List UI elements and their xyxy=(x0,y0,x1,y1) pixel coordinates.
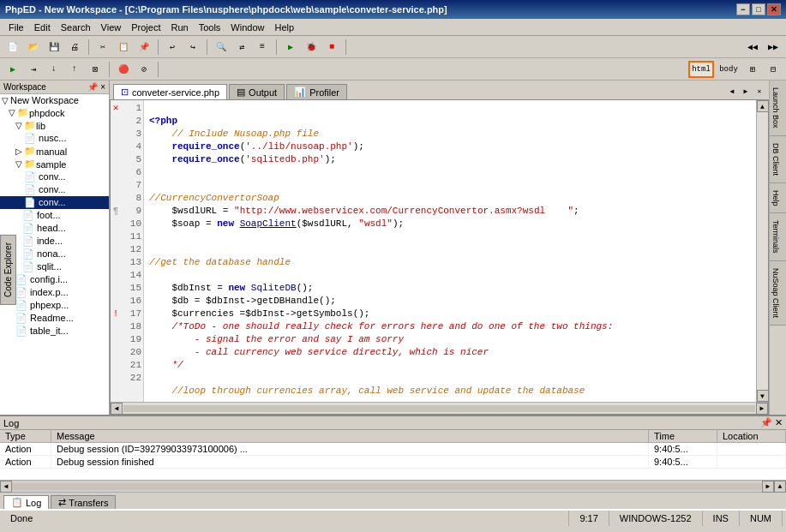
scroll-down[interactable]: ▼ xyxy=(757,390,769,402)
hscroll-thumb[interactable] xyxy=(123,405,755,412)
gutter-line-22: 22 xyxy=(111,372,143,385)
tab-output[interactable]: ▤ Output xyxy=(229,84,285,99)
tree-item-index[interactable]: 📄 inde... xyxy=(0,235,109,248)
sep5 xyxy=(345,39,346,55)
stop-button[interactable]: ■ xyxy=(322,39,341,56)
log-cell-loc-1 xyxy=(717,443,786,455)
redo-button[interactable]: ↪ xyxy=(183,39,202,56)
new-button[interactable]: 📄 xyxy=(3,39,22,56)
code-vscroll[interactable]: ▲ ▼ xyxy=(756,100,768,402)
breakpoint-clear[interactable]: ⊘ xyxy=(135,61,153,78)
breakpoint-add[interactable]: 🔴 xyxy=(114,61,133,78)
gutter-line-10: 10 xyxy=(111,218,143,230)
tree-item-foot[interactable]: 📄 foot... xyxy=(0,209,109,222)
debug-step[interactable]: ⇥ xyxy=(24,61,43,78)
status-done: Done xyxy=(3,511,569,526)
search-button[interactable]: 🔍 xyxy=(212,39,231,56)
debug-stop[interactable]: ⊠ xyxy=(86,61,105,78)
tree-item-table[interactable]: 📄 table_it... xyxy=(0,325,109,338)
menu-run[interactable]: Run xyxy=(165,21,193,34)
right-tab-launch-box[interactable]: Launch Box xyxy=(770,81,786,136)
menu-help[interactable]: Help xyxy=(269,21,299,34)
debug-button[interactable]: 🐞 xyxy=(302,39,321,56)
tab-profiler[interactable]: 📊 Profiler xyxy=(286,84,347,99)
paste-button[interactable]: 📌 xyxy=(135,39,153,56)
close-button[interactable]: ✕ xyxy=(767,3,781,15)
cut-button[interactable]: ✂ xyxy=(93,39,112,56)
tree-item-phpexp[interactable]: 📄 phpexp... xyxy=(0,299,109,312)
tab-nav-right[interactable]: ▶ xyxy=(740,85,752,97)
debug-out[interactable]: ↑ xyxy=(65,61,84,78)
right-tab-terminals[interactable]: Terminals xyxy=(770,213,786,261)
tree-item-config[interactable]: 📄 config.i... xyxy=(0,273,109,286)
tree-item-new-workspace[interactable]: ▽ New Workspace xyxy=(0,94,109,106)
menu-view[interactable]: View xyxy=(96,21,127,34)
menu-tools[interactable]: Tools xyxy=(194,21,226,34)
app-title: PhpED - New Workspace - [C:\Program File… xyxy=(5,4,447,15)
body-view-btn[interactable]: body xyxy=(716,61,741,78)
log-scroll-left[interactable]: ◀ xyxy=(0,481,12,493)
bottom-tab-transfers[interactable]: ⇄ Transfers xyxy=(51,495,116,509)
tree-item-sample[interactable]: ▽ 📁 sample xyxy=(0,158,109,170)
tree-item-conv1[interactable]: 📄 conv... xyxy=(0,170,109,183)
log-hscroll[interactable]: ◀ ▶ ▲ xyxy=(0,480,786,492)
minimize-button[interactable]: − xyxy=(736,3,750,15)
nav-back[interactable]: ◀◀ xyxy=(743,39,762,56)
log-scroll-right[interactable]: ▶ xyxy=(762,481,774,493)
log-scroll-vup[interactable]: ▲ xyxy=(774,481,786,493)
maximize-button[interactable]: □ xyxy=(752,3,765,15)
menu-project[interactable]: Project xyxy=(126,21,165,34)
right-tab-db-client[interactable]: DB Client xyxy=(770,136,786,183)
debug-run[interactable]: ▶ xyxy=(3,61,22,78)
tree-item-indexphp[interactable]: 📄 index.p... xyxy=(0,286,109,299)
tree-item-lib[interactable]: ▽ 📁 lib xyxy=(0,119,109,132)
code-explorer-tab[interactable]: Code Explorer xyxy=(0,235,16,305)
tree-item-nusoap[interactable]: 📄 nusc... xyxy=(0,132,109,145)
copy-button[interactable]: 📋 xyxy=(114,39,133,56)
tree-item-nona[interactable]: 📄 nona... xyxy=(0,248,109,260)
tab-conveter-service[interactable]: ⊡ conveter-service.php xyxy=(113,84,227,99)
nav-fwd[interactable]: ▶▶ xyxy=(764,39,783,56)
save-button[interactable]: 💾 xyxy=(45,39,63,56)
tree-item-sqlit[interactable]: 📄 sqlit... xyxy=(0,260,109,273)
view-btn1[interactable]: ⊞ xyxy=(743,61,762,78)
tree-item-conv2[interactable]: 📄 conv... xyxy=(0,183,109,196)
tree-item-phpdock[interactable]: ▽ 📁 phpdock xyxy=(0,106,109,119)
debug-into[interactable]: ↓ xyxy=(45,61,63,78)
run-button[interactable]: ▶ xyxy=(281,39,300,56)
log-row-1[interactable]: Action Debug session (ID=392799033973100… xyxy=(0,443,786,456)
bottom-tab-log[interactable]: 📋 Log xyxy=(3,495,49,509)
open-button[interactable]: 📂 xyxy=(24,39,43,56)
sep1 xyxy=(88,39,89,55)
tab-nav-left[interactable]: ◀ xyxy=(726,85,738,97)
scroll-up[interactable]: ▲ xyxy=(757,100,769,112)
log-cell-time-2: 9:40:5... xyxy=(649,456,717,468)
menu-window[interactable]: Window xyxy=(225,21,269,34)
log-scroll-thumb[interactable] xyxy=(12,483,762,490)
editor-area: ⊡ conveter-service.php ▤ Output 📊 Profil… xyxy=(110,81,769,415)
tab-close[interactable]: ✕ xyxy=(753,85,765,97)
tree-item-readme[interactable]: 📄 Readme... xyxy=(0,312,109,325)
code-editor[interactable]: ✕1 2 3 4 5 6 7 8 ¶9 10 11 12 13 14 15 16 xyxy=(110,99,769,415)
tree-item-manual[interactable]: ▷ 📁 manual xyxy=(0,145,109,158)
undo-button[interactable]: ↩ xyxy=(163,39,182,56)
html-view-btn[interactable]: html xyxy=(688,61,714,78)
view-btn2[interactable]: ⊟ xyxy=(764,61,783,78)
scroll-left[interactable]: ◀ xyxy=(111,403,123,415)
replace-button[interactable]: ⇄ xyxy=(232,39,251,56)
scroll-right[interactable]: ▶ xyxy=(756,403,768,415)
menu-edit[interactable]: Edit xyxy=(29,21,56,34)
find-all-button[interactable]: ≡ xyxy=(253,39,272,56)
tree-item-conv3[interactable]: 📄 conv... xyxy=(0,196,109,209)
print-button[interactable]: 🖨 xyxy=(65,39,84,56)
main-container: Code Explorer Workspace 📌 × ▽ New Worksp… xyxy=(0,81,786,415)
code-text[interactable]: <?php // Include Nusoap.php file require… xyxy=(144,100,756,402)
tree-item-head[interactable]: 📄 head... xyxy=(0,222,109,235)
log-row-2[interactable]: Action Debug session finished 9:40:5... xyxy=(0,456,786,469)
menu-search[interactable]: Search xyxy=(56,21,96,34)
right-tab-nusoap[interactable]: NuSoap Client xyxy=(770,261,786,326)
code-hscroll[interactable]: ◀ ▶ xyxy=(111,402,768,414)
right-tab-help[interactable]: Help xyxy=(770,183,786,214)
menu-file[interactable]: File xyxy=(3,21,29,34)
log-controls: 📌 ✕ xyxy=(760,417,783,428)
